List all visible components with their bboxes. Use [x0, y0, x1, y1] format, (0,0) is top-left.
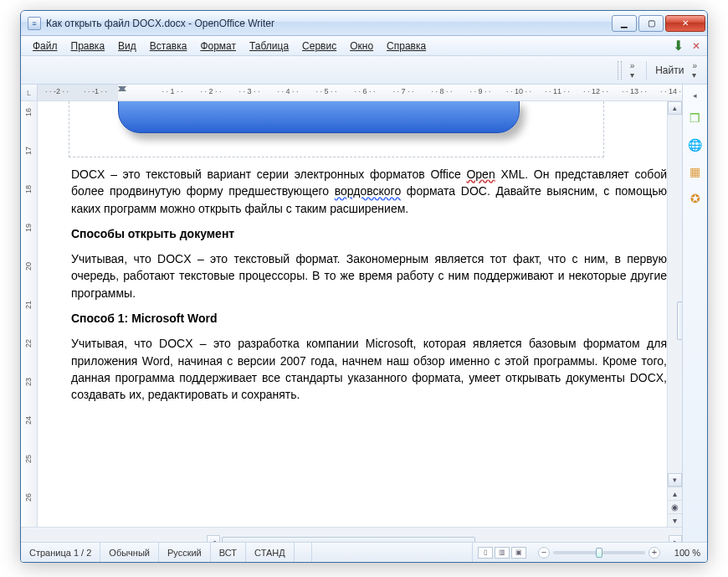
app-icon: ≡ [28, 17, 41, 30]
rounded-shape[interactable] [118, 101, 520, 133]
status-selection-mode[interactable]: СТАНД [246, 543, 295, 562]
document-close-icon[interactable]: ✕ [690, 40, 702, 52]
ruler-tick: 17 [24, 131, 33, 170]
zoom-value[interactable]: 100 % [664, 548, 700, 558]
menu-format[interactable]: Формат [193, 39, 243, 54]
horizontal-ruler[interactable]: L · · -2 · ·· · -1 · ·· · 1 · ·· · 2 · ·… [21, 85, 682, 101]
ruler-tick: · · 9 · · [461, 87, 500, 98]
ruler-tick: · · 14 · · [654, 87, 682, 98]
status-insert-mode[interactable]: ВСТ [211, 543, 246, 562]
gallery-icon[interactable]: ❒ [687, 110, 704, 126]
menu-table[interactable]: Таблица [243, 39, 295, 54]
menu-edit[interactable]: Правка [64, 39, 112, 54]
vertical-scrollbar[interactable]: ▴ ▾ ▴ ◉ ▾ [667, 101, 682, 527]
horizontal-scrollbar[interactable]: ◂ ▸ [21, 527, 682, 542]
ruler-tick: · · 6 · · [346, 87, 384, 98]
ruler-corner[interactable]: L [21, 85, 38, 100]
zoom-slider[interactable] [553, 551, 645, 554]
status-page[interactable]: Страница 1 / 2 [21, 543, 100, 562]
ruler-tick: · · 12 · · [577, 87, 615, 98]
zoom-control: − + 100 % [531, 547, 707, 559]
menu-bar: Файл Правка Вид Вставка Формат Таблица С… [21, 36, 707, 56]
ruler-tick: 19 [24, 209, 33, 247]
ruler-tick: 25 [24, 440, 33, 478]
nav-select-icon[interactable]: ◉ [668, 500, 682, 513]
minimize-button[interactable]: ▁ [612, 15, 637, 32]
menu-file[interactable]: Файл [26, 39, 64, 54]
heading[interactable]: Способ 1: Microsoft Word [71, 310, 667, 327]
menu-tools[interactable]: Сервис [295, 39, 343, 54]
title-bar[interactable]: ≡ Как открыть файл DOCX.docx - OpenOffic… [21, 11, 707, 36]
ruler-tick: · · 1 · · [153, 87, 192, 98]
paragraph[interactable]: Учитывая, что DOCX – это текстовый форма… [71, 250, 667, 301]
ruler-tick: 20 [24, 247, 33, 286]
paragraph[interactable]: Учитывая, что DOCX – это разработка комп… [71, 335, 667, 403]
status-bar: Страница 1 / 2 Обычный Русский ВСТ СТАНД… [21, 542, 707, 562]
vertical-ruler[interactable]: 1617181920212223242526 [21, 101, 38, 527]
next-page-icon[interactable]: ▾ [668, 513, 682, 527]
scroll-right-button[interactable]: ▸ [669, 535, 682, 543]
ruler-tick: · · 10 · · [500, 87, 538, 98]
app-window: ≡ Как открыть файл DOCX.docx - OpenOffic… [20, 10, 708, 563]
side-panel: ◂ ❒ 🌐 ▦ ✪ [682, 85, 707, 542]
hanging-indent-marker[interactable] [118, 86, 126, 91]
work-area: L · · -2 · ·· · -1 · ·· · 1 · ·· · 2 · ·… [21, 85, 707, 542]
hscroll-thumb[interactable] [222, 537, 475, 543]
paragraph[interactable]: DOCX – это текстовый вариант серии элект… [71, 166, 667, 217]
ruler-tick: · · 13 · · [615, 87, 654, 98]
ruler-tick: · · 4 · · [269, 87, 307, 98]
menu-window[interactable]: Окно [343, 39, 380, 54]
ruler-tick: · · 8 · · [423, 87, 461, 98]
sidepanel-collapse-icon[interactable]: ◂ [693, 91, 697, 100]
prev-page-icon[interactable]: ▴ [668, 487, 682, 500]
ruler-tick: · · 2 · · [192, 87, 230, 98]
view-layout-buttons: ▯ ▥ ▣ [473, 547, 531, 559]
view-book-icon[interactable]: ▣ [511, 547, 526, 559]
maximize-button[interactable]: ▢ [638, 15, 664, 32]
status-modified[interactable] [295, 543, 312, 562]
separator [646, 61, 647, 80]
heading[interactable]: Способы открыть документ [71, 225, 667, 242]
ruler-tick: 16 [24, 101, 33, 131]
menu-insert[interactable]: Вставка [143, 39, 194, 54]
status-signature [312, 543, 473, 562]
ruler-tick: 22 [24, 324, 33, 363]
ruler-tick: · · 7 · · [384, 87, 423, 98]
toolbar: »▾ Найти »▾ [21, 56, 707, 85]
find-label[interactable]: Найти [655, 64, 684, 76]
zoom-out-button[interactable]: − [538, 547, 550, 559]
status-language[interactable]: Русский [159, 543, 211, 562]
toolbar-handle[interactable] [618, 61, 622, 80]
zoom-in-button[interactable]: + [649, 547, 660, 559]
zoom-slider-knob[interactable] [596, 548, 602, 558]
ruler-tick: 18 [24, 170, 33, 209]
close-button[interactable]: ✕ [665, 15, 705, 32]
view-single-page-icon[interactable]: ▯ [478, 547, 493, 559]
scroll-thumb[interactable] [677, 301, 683, 340]
ruler-tick: 21 [24, 286, 33, 324]
scroll-up-button[interactable]: ▴ [668, 101, 682, 115]
view-multi-page-icon[interactable]: ▥ [495, 547, 510, 559]
menu-view[interactable]: Вид [111, 39, 143, 54]
find-overflow-icon[interactable]: »▾ [689, 61, 700, 80]
ruler-tick: 26 [24, 478, 33, 517]
styles-icon[interactable]: ▦ [687, 163, 704, 180]
scroll-down-button[interactable]: ▾ [668, 473, 682, 487]
scroll-left-button[interactable]: ◂ [207, 535, 220, 543]
ruler-tick: · · 3 · · [230, 87, 269, 98]
ruler-tick: · · 11 · · [538, 87, 577, 98]
ruler-tick: · · 5 · · [307, 87, 346, 98]
ruler-tick: · · -1 · · [76, 87, 115, 98]
toolbar-overflow-icon[interactable]: »▾ [627, 61, 638, 80]
window-title: Как открыть файл DOCX.docx - OpenOffice … [46, 18, 610, 29]
document-page[interactable]: DOCX – это текстовый вариант серии элект… [38, 101, 667, 527]
menu-help[interactable]: Справка [380, 39, 433, 54]
navigator-icon[interactable]: 🌐 [687, 137, 704, 153]
status-style[interactable]: Обычный [100, 543, 159, 562]
ruler-tick: 24 [24, 401, 33, 440]
update-icon[interactable]: ⬇ [670, 39, 685, 54]
ruler-tick: · · -2 · · [38, 87, 76, 98]
ruler-tick: 23 [24, 363, 33, 401]
properties-icon[interactable]: ✪ [687, 190, 704, 207]
